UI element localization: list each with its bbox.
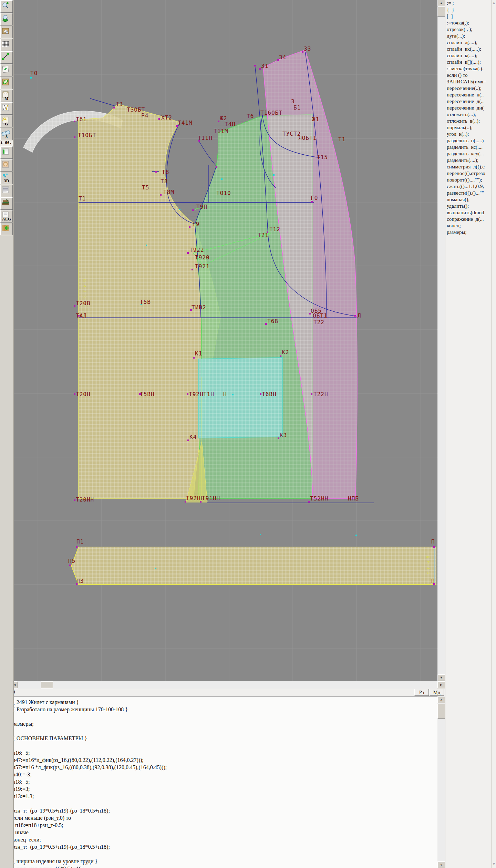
command-item[interactable]: конец;	[445, 223, 491, 229]
point-marker[interactable]	[273, 174, 275, 176]
editor-line[interactable]: { ширина изделия на уровне груди }	[10, 858, 437, 865]
point-marker[interactable]	[146, 245, 147, 246]
point-marker[interactable]	[74, 393, 75, 395]
point-marker[interactable]	[433, 546, 435, 548]
canvas-hscroll[interactable]	[11, 681, 437, 689]
grid-icon[interactable]	[0, 39, 13, 51]
canvas-vscroll-thumb[interactable]	[437, 7, 445, 17]
editor-line[interactable]: п18:=п18+рзн_т-0.5;	[10, 822, 437, 829]
editor-vscroll[interactable]	[437, 696, 445, 868]
model-m-icon[interactable]: M	[0, 90, 13, 102]
editor-line[interactable]: если меньше (рзн_т,0) то	[10, 814, 437, 822]
panel-scrollbar[interactable]: ∧ ∨	[491, 0, 496, 868]
md-button[interactable]: Мд	[430, 689, 444, 696]
command-item[interactable]: пересечение д(..	[445, 98, 491, 105]
rz-button[interactable]: Рз	[414, 689, 429, 696]
ruler-icon[interactable]: 8	[0, 128, 13, 140]
editor-line[interactable]: п18:=5;	[10, 778, 437, 785]
panel-scroll-up[interactable]: ∧	[492, 1, 496, 5]
editor-line[interactable]: { ОСНОВНЫЕ ПАРАМЕТРЫ }	[10, 735, 437, 742]
point-marker[interactable]	[74, 121, 75, 122]
command-item[interactable]: угол к(..);	[445, 131, 491, 137]
piece-belt[interactable]	[71, 547, 436, 585]
point-marker[interactable]	[308, 501, 310, 503]
point-marker[interactable]	[221, 178, 223, 180]
piece-pocket[interactable]	[198, 358, 282, 438]
command-item[interactable]: сопряжение д(...	[445, 216, 491, 223]
editor-vscroll-thumb[interactable]	[437, 704, 445, 719]
command-item[interactable]: [ ]	[445, 13, 491, 20]
editor-line[interactable]: { 2491 Жилет с карманами }	[10, 699, 437, 706]
editor-line[interactable]	[10, 742, 437, 749]
point-marker[interactable]	[311, 393, 312, 395]
editor-vscroll-down[interactable]: ∨	[437, 861, 445, 868]
command-item[interactable]: выполнить(dmod	[445, 209, 491, 216]
drafting-tools-icon[interactable]	[0, 102, 13, 115]
point-marker[interactable]	[155, 568, 156, 569]
page-preview-icon[interactable]	[0, 64, 13, 76]
command-item[interactable]: сплайн д(....);	[445, 39, 491, 46]
point-marker[interactable]	[260, 534, 261, 535]
point-marker[interactable]	[187, 440, 189, 441]
size-table-icon[interactable]	[0, 146, 13, 159]
command-item[interactable]: разделить кс(....	[445, 144, 491, 151]
editor-line[interactable]	[10, 713, 437, 720]
point-marker[interactable]	[155, 171, 157, 173]
command-item[interactable]: пересечение дн(	[445, 105, 491, 111]
point-marker[interactable]	[69, 565, 71, 566]
command-item[interactable]: отложить(...);	[445, 111, 491, 118]
command-item[interactable]: сплайн к(....);	[445, 52, 491, 59]
point-marker[interactable]	[216, 166, 217, 168]
view-3d-icon[interactable]: 3D	[0, 172, 13, 184]
point-marker[interactable]	[192, 269, 193, 270]
point-marker[interactable]	[355, 535, 357, 536]
canvas-vscroll[interactable]	[437, 0, 445, 681]
point-marker[interactable]	[277, 59, 279, 61]
segment-measure-icon[interactable]	[0, 51, 13, 64]
point-marker[interactable]	[187, 252, 189, 254]
command-item[interactable]: удалить();	[445, 203, 491, 209]
editor-line[interactable]: п16:=5;	[10, 749, 437, 756]
exit-wood-icon[interactable]	[0, 223, 13, 235]
command-item[interactable]: поворот(()...."");	[445, 177, 491, 183]
point-marker[interactable]	[218, 121, 219, 122]
drawing-canvas[interactable]: Т0З1З4ЗЗТ3Т3ОБТР4ХТ2Т41МТб1Т1ОБТЖ2Т4ПТ11…	[14, 0, 437, 681]
command-item[interactable]: нормаль(..);	[445, 124, 491, 131]
point-marker[interactable]	[30, 77, 32, 79]
point-marker[interactable]	[192, 209, 194, 211]
editor-line[interactable]: п57:=п16 *л_фнк(рз_16,((80,0.38),(92,0.3…	[10, 764, 437, 771]
algorithm-icon[interactable]: ALG	[0, 210, 13, 223]
command-item[interactable]: отрезок( , );	[445, 26, 491, 33]
command-item[interactable]: { }	[445, 7, 491, 13]
command-item[interactable]: пересечение(..);	[445, 85, 491, 92]
canvas-hscroll-thumb[interactable]	[41, 681, 53, 688]
editor-line[interactable]: иначе	[10, 829, 437, 836]
canvas-hscroll-right[interactable]: ►	[437, 681, 445, 688]
point-marker[interactable]	[265, 323, 267, 325]
pattern-piece-icon[interactable]	[0, 26, 13, 38]
command-item[interactable]: :=метка(точка(.)..	[445, 65, 491, 72]
editor-line[interactable]: размеры;	[10, 720, 437, 727]
editor-line[interactable]	[10, 850, 437, 858]
photo-model-icon[interactable]	[0, 159, 13, 172]
point-marker[interactable]	[193, 357, 195, 359]
editor-line[interactable]: п40:=-3;	[10, 771, 437, 778]
grading-g-icon[interactable]: G	[0, 115, 13, 127]
panel-scroll-down[interactable]: ∨	[492, 862, 496, 866]
canvas-vscroll-down[interactable]: ▼	[437, 674, 445, 681]
point-marker[interactable]	[179, 209, 180, 210]
library-books-icon[interactable]	[0, 197, 13, 210]
command-item[interactable]: отложить в(..);	[445, 118, 491, 124]
point-marker[interactable]	[74, 136, 75, 138]
point-marker[interactable]	[232, 394, 234, 395]
point-marker[interactable]	[74, 305, 75, 307]
command-item[interactable]: сжать(()...1.1,0.9,	[445, 183, 491, 190]
zoom-seal-icon[interactable]	[0, 13, 13, 25]
command-item[interactable]: сплайн кк(.....);	[445, 46, 491, 52]
point-marker[interactable]	[260, 393, 261, 395]
command-item[interactable]: := ;	[445, 0, 491, 7]
editor-line[interactable]: рзн_т:=(рз_19*0.5+п19)-(рз_18*0.5+п18);	[10, 807, 437, 814]
editor-line[interactable]: рзн_т:=(рз_19*0.5+п19)-(рз_18*0.5+п18);	[10, 843, 437, 850]
zoom-in-icon[interactable]	[0, 0, 13, 13]
editor-line[interactable]: { Разработано на размер женщины 170-100-…	[10, 706, 437, 713]
